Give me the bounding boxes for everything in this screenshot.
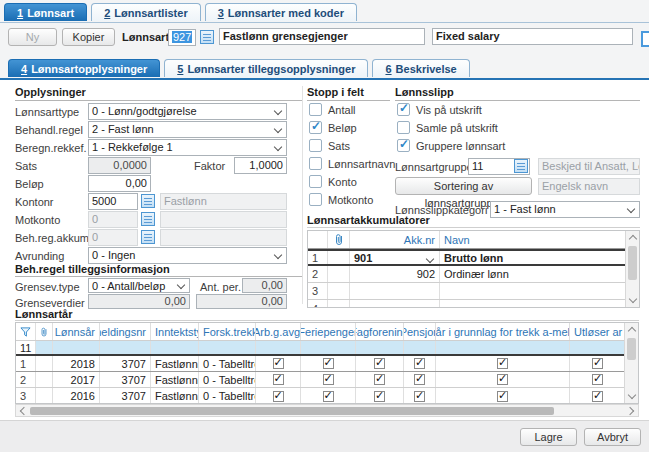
copy-button[interactable]: Kopier: [62, 28, 115, 46]
lookup-grid-icon[interactable]: [141, 212, 155, 226]
avrunding-select[interactable]: 0 - Ingen: [88, 247, 287, 264]
lonnsartar-row-2[interactable]: 2 2017 3707 Fastlønn 0 - Tabelltrekk: [16, 372, 638, 388]
selected-value: 2 - Fast lønn: [92, 123, 154, 135]
lonnsartar-row-1[interactable]: 1 2018 3707 Fastlønn 0 - Tabelltrekk: [16, 356, 638, 372]
save-button[interactable]: Lagre: [520, 428, 577, 446]
grenseverdi-input-1[interactable]: 0,00: [88, 294, 190, 309]
checked-checkbox[interactable]: [414, 374, 425, 385]
tab-lonnsarter-med-koder[interactable]: 3Lønnsarter med koder: [205, 3, 357, 21]
scroll-up-button[interactable]: [625, 323, 638, 336]
utloser-header[interactable]: Utløser ar: [570, 323, 625, 340]
pensjon-cell: [404, 356, 436, 371]
ameldingsnr-header[interactable]: A-meldingsnr: [100, 323, 151, 340]
checked-checkbox[interactable]: [323, 374, 334, 385]
inngar-grunnlag-header[interactable]: Inngår i grunnlag for trekk a-melding: [436, 323, 570, 340]
grensevtype-select[interactable]: 0 - Antall/beløp: [88, 278, 190, 293]
tab-lonnsartlister[interactable]: 2Lønnsartlister: [91, 3, 200, 21]
feriepenger-header[interactable]: Feriepenger: [301, 323, 356, 340]
checked-checkbox[interactable]: [414, 391, 425, 402]
akknr-cell[interactable]: 901: [350, 251, 440, 264]
gruppere-lonnsart-checkbox[interactable]: [397, 139, 410, 152]
akk-row-4[interactable]: 4: [308, 300, 639, 308]
new-button[interactable]: Ny: [8, 28, 57, 46]
checked-checkbox[interactable]: [273, 358, 284, 369]
motkonto-input[interactable]: 0: [88, 211, 138, 228]
akk-vertical-scrollbar[interactable]: [625, 231, 639, 307]
motkonto-checkbox[interactable]: [309, 193, 322, 206]
checked-checkbox[interactable]: [273, 391, 284, 402]
lookup-grid-icon[interactable]: [141, 194, 155, 208]
kontonr-input[interactable]: 5000: [88, 193, 138, 210]
grenseverdi-input-2[interactable]: 0,00: [196, 294, 287, 309]
lonnsartnavn-checkbox[interactable]: [309, 157, 322, 170]
navn-header[interactable]: Navn: [440, 231, 626, 248]
inntektstype-header[interactable]: Inntektstype: [151, 323, 199, 340]
akk-row-1[interactable]: 1 901 Brutto lønn: [308, 249, 639, 266]
checked-checkbox[interactable]: [374, 358, 385, 369]
filter-header[interactable]: [16, 323, 36, 340]
sats-input[interactable]: 0,0000: [88, 157, 151, 174]
lonnsart-number-input[interactable]: 927: [168, 29, 196, 46]
lookup-grid-icon[interactable]: [514, 159, 528, 173]
checked-checkbox[interactable]: [273, 374, 284, 385]
sortering-button[interactable]: Sortering av lønnsartgrupper: [395, 177, 532, 195]
lookup-grid-icon[interactable]: [141, 230, 155, 244]
belop-input[interactable]: 0,00: [88, 175, 151, 192]
scroll-up-button[interactable]: [626, 231, 639, 244]
behandlregel-select[interactable]: 2 - Fast lønn: [88, 121, 287, 138]
akk-row-3[interactable]: 3: [308, 283, 639, 300]
scroll-thumb[interactable]: [628, 246, 637, 280]
scroll-down-button[interactable]: [626, 294, 639, 307]
cancel-button[interactable]: Avbryt: [584, 428, 641, 446]
beregnrekkef-select[interactable]: 1 - Rekkefølge 1: [88, 139, 287, 156]
akknr-header[interactable]: Akk.nr: [350, 231, 440, 248]
antall-checkbox[interactable]: [309, 103, 322, 116]
scroll-thumb[interactable]: [30, 407, 554, 415]
lonnsart-name-input[interactable]: Fastlønn grensegjenger: [219, 28, 425, 45]
subtab-tilleggsopplysninger[interactable]: 5Lønnsarter tilleggsopplysninger: [164, 59, 368, 77]
konto-checkbox[interactable]: [309, 175, 322, 188]
sats-checkbox[interactable]: [309, 139, 322, 152]
filter-cell: [404, 341, 436, 354]
pensjon-header[interactable]: Pensjon: [404, 323, 436, 340]
checked-checkbox[interactable]: [497, 358, 508, 369]
scroll-right-button[interactable]: [625, 405, 638, 416]
scroll-left-button[interactable]: [16, 405, 29, 416]
lonnsarttype-select[interactable]: 0 - Lønn/godtgjørelse: [88, 103, 287, 120]
behregakkum-input[interactable]: 0: [88, 229, 138, 246]
checked-checkbox[interactable]: [323, 358, 334, 369]
subtab-beskrivelse[interactable]: 6Beskrivelse: [372, 59, 469, 77]
checked-checkbox[interactable]: [592, 358, 603, 369]
fagforening-header[interactable]: Fagforening: [356, 323, 404, 340]
scroll-thumb[interactable]: [627, 338, 636, 360]
checked-checkbox[interactable]: [374, 391, 385, 402]
arbgavg-header[interactable]: Arb.g.avg.: [256, 323, 301, 340]
subtab-lonnsartopplysninger[interactable]: 4Lønnsartopplysninger: [8, 59, 160, 77]
lookup-grid-icon[interactable]: [200, 30, 214, 44]
tab-lonnsart[interactable]: 1Lønnsart: [4, 3, 87, 21]
faktor-input[interactable]: 1,0000: [234, 157, 287, 174]
lonnsartar-horizontal-scrollbar[interactable]: [15, 404, 639, 417]
checked-checkbox[interactable]: [497, 374, 508, 385]
checked-checkbox[interactable]: [414, 358, 425, 369]
lonnsartar-row-3[interactable]: 3 2016 3707 Fastlønn 0 - Tabelltrekk: [16, 388, 638, 404]
lonnsar-header[interactable]: Lønnsår: [53, 323, 100, 340]
checked-checkbox[interactable]: [374, 374, 385, 385]
akk-row-2[interactable]: 2 902 Ordinær lønn: [308, 266, 639, 283]
english-name-input[interactable]: Fixed salary: [432, 28, 633, 45]
antper-input[interactable]: 0,00: [242, 278, 287, 293]
samle-pa-utskrift-checkbox[interactable]: [397, 121, 410, 134]
lonnsslippkategori-select[interactable]: 1 - Fast lønn: [490, 201, 640, 218]
attachment-cell: [328, 266, 350, 282]
forsktrekk-header[interactable]: Forsk.trekk: [199, 323, 256, 340]
scroll-down-button[interactable]: [625, 390, 638, 403]
checked-checkbox[interactable]: [592, 374, 603, 385]
vis-pa-utskrift-checkbox[interactable]: [397, 103, 410, 116]
belop-checkbox[interactable]: [309, 121, 322, 134]
checked-checkbox[interactable]: [497, 391, 508, 402]
lonnsartar-vertical-scrollbar[interactable]: [624, 323, 638, 403]
checked-checkbox[interactable]: [323, 391, 334, 402]
filter-row[interactable]: 11: [16, 341, 638, 356]
checked-checkbox[interactable]: [592, 391, 603, 402]
toolbar-checkbox[interactable]: [641, 31, 649, 47]
